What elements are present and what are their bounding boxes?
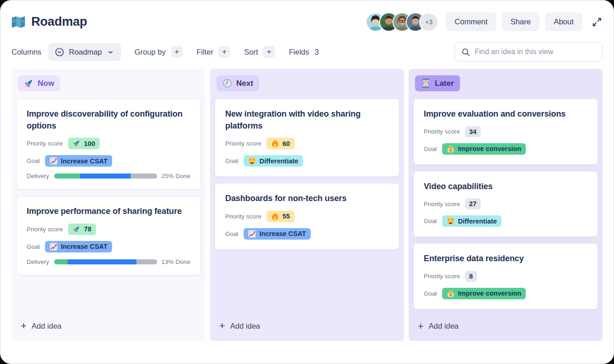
rocket-icon xyxy=(73,225,80,233)
idea-card[interactable]: Dashboards for non-tech users Priority s… xyxy=(215,183,399,250)
idea-card[interactable]: Improve performance of sharing feature P… xyxy=(16,196,201,275)
idea-card[interactable]: Improve evaluation and conversions Prior… xyxy=(413,99,598,165)
fields-count: 3 xyxy=(314,48,318,56)
hourglass-icon xyxy=(421,78,431,88)
priority-score-badge: 100 xyxy=(68,138,100,149)
priority-score-value: 100 xyxy=(84,140,95,147)
delivery-done-text: 25% Done xyxy=(161,173,190,179)
add-idea-button[interactable]: + Add idea xyxy=(16,315,201,336)
search-box xyxy=(455,42,603,62)
goal-value: Increase CSAT xyxy=(61,243,108,250)
goal-badge: Differentiate xyxy=(442,215,502,227)
star-struck-icon xyxy=(447,217,455,225)
money-bag-icon xyxy=(447,145,455,153)
group-by-control: Group by + xyxy=(135,46,183,58)
progress-inprogress-segment xyxy=(68,259,136,264)
add-idea-button[interactable]: + Add idea xyxy=(215,315,399,336)
column-now-label: Now xyxy=(38,79,54,88)
priority-score-value: 27 xyxy=(469,200,477,207)
goal-value: Differentiate xyxy=(260,157,299,165)
priority-score-label: Priority score xyxy=(27,226,63,233)
goal-badge: Differentiate xyxy=(244,155,303,167)
view-selector-button[interactable]: Roadmap xyxy=(48,43,121,61)
idea-card[interactable]: New integration with video sharing platf… xyxy=(215,99,399,177)
priority-score-value: 8 xyxy=(469,273,473,280)
chart-increasing-icon xyxy=(50,157,57,165)
about-button[interactable]: About xyxy=(545,12,582,31)
priority-score-badge: 55 xyxy=(267,211,295,222)
column-later: Later Improve evaluation and conversions… xyxy=(409,69,603,341)
add-idea-label: Add idea xyxy=(32,322,62,330)
chart-increasing-icon xyxy=(50,243,57,251)
group-by-add-button[interactable]: + xyxy=(171,46,183,58)
delivery-label: Delivery xyxy=(27,258,49,265)
avatar-group: +3 xyxy=(367,13,438,31)
sort-add-button[interactable]: + xyxy=(263,46,275,58)
rocket-icon xyxy=(24,78,34,88)
roadmap-app: Roadmap +3 Comment Share About Columns R… xyxy=(0,0,614,364)
priority-score-value: 55 xyxy=(283,213,290,220)
priority-score-value: 60 xyxy=(283,140,290,147)
share-button[interactable]: Share xyxy=(502,12,540,31)
priority-score-value: 34 xyxy=(469,128,477,135)
goal-label: Goal xyxy=(424,218,437,224)
search-input[interactable] xyxy=(475,48,596,56)
group-by-label: Group by xyxy=(135,48,166,56)
delivery-done-text: 13% Done xyxy=(161,258,190,265)
priority-score-badge: 34 xyxy=(465,126,481,137)
column-next-badge: Next xyxy=(216,75,259,91)
goal-label: Goal xyxy=(424,290,437,297)
search-icon xyxy=(461,47,471,57)
delivery-progress-bar xyxy=(54,174,157,179)
money-bag-icon xyxy=(447,290,455,297)
column-now: Now Improve discoverability of configura… xyxy=(11,69,205,341)
sort-label: Sort xyxy=(244,48,258,56)
priority-score-badge: 8 xyxy=(465,271,477,282)
fields-control[interactable]: Fields 3 xyxy=(289,48,318,56)
star-struck-icon xyxy=(248,157,256,165)
column-next-label: Next xyxy=(236,79,253,88)
progress-inprogress-segment xyxy=(80,174,131,179)
idea-card[interactable]: Video capabilities Priority score 27 Goa… xyxy=(413,171,598,237)
idea-card[interactable]: Improve discoverability of configuration… xyxy=(16,99,201,190)
page-title: Roadmap xyxy=(31,15,87,29)
goal-value: Improve conversion xyxy=(458,290,522,297)
idea-card[interactable]: Enterprise data residency Priority score… xyxy=(413,243,598,309)
columns-label: Columns xyxy=(11,48,41,56)
priority-score-badge: 27 xyxy=(465,198,481,209)
filter-control: Filter + xyxy=(197,46,231,58)
priority-score-value: 78 xyxy=(84,225,91,233)
goal-value: Increase CSAT xyxy=(260,230,306,237)
clock-icon xyxy=(222,78,232,88)
column-next: Next New integration with video sharing … xyxy=(210,69,404,341)
rocket-icon xyxy=(73,140,80,147)
filter-add-button[interactable]: + xyxy=(218,46,230,58)
sort-control: Sort + xyxy=(244,46,275,58)
goal-value: Improve conversion xyxy=(458,145,522,152)
add-idea-label: Add idea xyxy=(230,322,260,330)
goal-badge: Increase CSAT xyxy=(244,228,311,240)
priority-score-label: Priority score xyxy=(27,140,63,147)
goal-value: Increase CSAT xyxy=(61,157,108,165)
chevron-down-icon xyxy=(107,48,114,56)
plus-icon: + xyxy=(219,321,225,331)
column-later-label: Later xyxy=(435,79,454,88)
column-later-badge: Later xyxy=(415,75,460,91)
chart-increasing-icon xyxy=(248,230,256,238)
add-idea-button[interactable]: + Add idea xyxy=(413,316,598,337)
fire-icon xyxy=(271,140,279,147)
fields-label: Fields xyxy=(289,48,309,56)
goal-badge: Improve conversion xyxy=(442,143,526,155)
progress-done-segment xyxy=(54,259,68,264)
view-selector-label: Roadmap xyxy=(69,48,102,56)
priority-score-label: Priority score xyxy=(225,213,262,220)
map-icon xyxy=(11,15,25,29)
comment-button[interactable]: Comment xyxy=(446,12,496,31)
avatar-overflow-badge[interactable]: +3 xyxy=(420,13,438,31)
goal-label: Goal xyxy=(27,157,40,164)
priority-score-badge: 78 xyxy=(68,224,96,235)
priority-score-label: Priority score xyxy=(424,273,460,280)
idea-title: Dashboards for non-tech users xyxy=(225,193,389,205)
expand-icon[interactable] xyxy=(591,17,603,28)
idea-title: Enterprise data residency xyxy=(424,253,587,265)
